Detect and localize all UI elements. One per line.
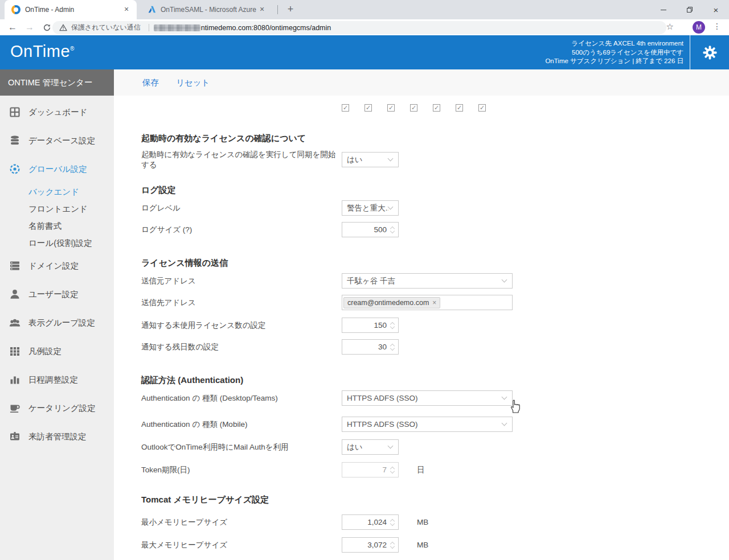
- unused-license-count-input[interactable]: 150: [342, 318, 399, 333]
- refresh-button[interactable]: [40, 20, 54, 34]
- field-label: Token期限(日): [141, 465, 342, 475]
- ontime-logo: OnTime®: [10, 42, 75, 61]
- sidebar-item-label: ケータリング設定: [28, 403, 96, 414]
- gear-icon: [702, 45, 718, 60]
- sidebar-item-name-format[interactable]: 名前書式: [0, 217, 114, 234]
- max-heap-size-input[interactable]: 3,072: [342, 537, 399, 553]
- sidebar-item-frontend[interactable]: フロントエンド: [0, 200, 114, 217]
- settings-gear-button[interactable]: [690, 35, 729, 69]
- sidebar-item-display-group[interactable]: 表示グループ設定: [0, 308, 114, 337]
- sidebar-item-catering[interactable]: ケータリング設定: [0, 394, 114, 422]
- sidebar-item-backend[interactable]: バックエンド: [0, 183, 114, 200]
- field-label: OutlookでOnTime利用時にMail Authを利用: [141, 442, 342, 452]
- profile-avatar[interactable]: M: [693, 21, 705, 34]
- auth-type-mobile-select[interactable]: HTTPS ADFS (SSO): [342, 417, 513, 432]
- sidebar-item-visitor[interactable]: 来訪者管理設定: [0, 422, 114, 451]
- section-log-heading: ログ設定: [141, 185, 176, 196]
- checkbox-1[interactable]: ✓: [342, 104, 349, 112]
- sidebar-item-schedule[interactable]: 日程調整設定: [0, 365, 114, 394]
- log-level-select[interactable]: 警告と重大...: [342, 200, 399, 216]
- minimize-button[interactable]: [650, 0, 677, 19]
- chevron-down-icon: [388, 156, 394, 162]
- sidebar-item-database[interactable]: データベース設定: [0, 126, 114, 155]
- close-tab-icon[interactable]: ×: [122, 5, 131, 14]
- browser-menu-icon[interactable]: ⋮: [713, 22, 721, 31]
- number-stepper[interactable]: [389, 323, 396, 328]
- number-stepper[interactable]: [389, 520, 396, 525]
- checkbox-6[interactable]: ✓: [456, 104, 463, 112]
- sidebar-item-label: 日程調整設定: [28, 374, 78, 385]
- action-bar: 保存 リセット: [114, 69, 729, 96]
- browser-toolbar: ← → 保護されていない通信 ntimedemo.com:8080/ontime…: [0, 19, 729, 35]
- browser-window: OnTime - Admin × OnTimeSAML - Microsoft …: [0, 0, 729, 560]
- sidebar-item-domain[interactable]: ドメイン設定: [0, 252, 114, 280]
- tab-ontime-admin[interactable]: OnTime - Admin ×: [5, 0, 137, 19]
- mail-auth-select[interactable]: はい: [342, 439, 399, 455]
- unit-label: MB: [417, 541, 428, 549]
- number-stepper[interactable]: [389, 467, 396, 473]
- field-label: 通知する未使用ライセンス数の設定: [141, 320, 342, 331]
- remove-chip-icon[interactable]: ×: [432, 299, 436, 307]
- log-size-input[interactable]: 500: [342, 222, 399, 237]
- back-button[interactable]: ←: [6, 20, 19, 34]
- save-button[interactable]: 保存: [142, 77, 159, 88]
- field-label: Authentication の 種類 (Desktop/Teams): [141, 393, 342, 403]
- section-auth-heading: 認証方法 (Authentication): [141, 375, 243, 386]
- sidebar-item-global-settings[interactable]: グローバル設定: [0, 155, 114, 183]
- sender-address-select[interactable]: 千駄ヶ谷 千吉: [342, 273, 513, 289]
- redacted-url-segment: [154, 24, 200, 31]
- sidebar-item-label: 来訪者管理設定: [28, 431, 87, 442]
- email-chip: cream@ontimedemo.com ×: [343, 297, 440, 308]
- sidebar-item-dashboard[interactable]: ダッシュボード: [0, 98, 114, 126]
- checkbox-5[interactable]: ✓: [433, 104, 440, 112]
- bookmark-star-icon[interactable]: ☆: [666, 22, 674, 32]
- license-info: ライセンス先 AXCEL 4th environment 500のうち69ライセ…: [545, 39, 683, 66]
- tab-strip: OnTime - Admin × OnTimeSAML - Microsoft …: [0, 0, 729, 19]
- auth-type-desktop-select[interactable]: HTTPS ADFS (SSO): [342, 390, 513, 406]
- sidebar-item-legend[interactable]: 凡例設定: [0, 337, 114, 365]
- number-stepper[interactable]: [389, 344, 396, 350]
- min-heap-size-input[interactable]: 1,024: [342, 514, 399, 530]
- field-label: Authentication の 種類 (Mobile): [141, 419, 342, 430]
- url-divider: [149, 24, 149, 31]
- checkbox-2[interactable]: ✓: [364, 104, 372, 112]
- sidebar-item-label: ダッシュボード: [28, 107, 88, 118]
- new-tab-button[interactable]: +: [284, 3, 297, 17]
- field-label: ログサイズ (?): [141, 225, 342, 235]
- chevron-down-icon: [502, 421, 507, 426]
- sidebar-item-label: ユーザー設定: [28, 289, 79, 300]
- sidebar-item-role-settings[interactable]: ロール(役割)設定: [0, 234, 114, 252]
- close-window-button[interactable]: ×: [703, 0, 729, 19]
- sidebar-nav: ダッシュボード データベース設定 グローバル設定 バックエンド フロントエンド …: [0, 96, 114, 560]
- remaining-days-input[interactable]: 30: [342, 339, 399, 355]
- checkbox-3[interactable]: ✓: [387, 104, 395, 112]
- recipient-address-input[interactable]: cream@ontimedemo.com ×: [342, 295, 513, 310]
- app-header: OnTime® ライセンス先 AXCEL 4th environment 500…: [0, 35, 729, 69]
- number-stepper[interactable]: [389, 542, 396, 548]
- tab-azure[interactable]: OnTimeSAML - Microsoft Azure ×: [140, 0, 272, 19]
- database-icon: [9, 135, 21, 146]
- section-license-check-heading: 起動時の有効なライセンスの確認について: [141, 133, 306, 144]
- field-label: 送信先アドレス: [141, 298, 342, 308]
- checkbox-4[interactable]: ✓: [410, 104, 417, 112]
- field-label: 最小メモリヒープサイズ: [141, 517, 342, 528]
- tab-title: OnTimeSAML - Microsoft Azure: [161, 6, 257, 14]
- chevron-down-icon: [388, 204, 394, 210]
- restore-button[interactable]: [677, 0, 703, 19]
- settings-form: ✓ ✓ ✓ ✓ ✓ ✓ ✓ 起動時の有効なライセンスの確認について 起動時に有効…: [114, 96, 729, 560]
- section-tomcat-heading: Tomcat メモリヒープサイズ設定: [141, 495, 269, 505]
- chevron-down-icon: [502, 277, 507, 283]
- field-label: 送信元アドレス: [141, 276, 342, 286]
- checkbox-7[interactable]: ✓: [478, 104, 486, 112]
- sidebar-item-user[interactable]: ユーザー設定: [0, 280, 114, 308]
- sidebar-item-label: 凡例設定: [28, 346, 62, 357]
- reset-button[interactable]: リセット: [176, 77, 210, 88]
- security-label: 保護されていない通信: [71, 23, 141, 32]
- token-expiry-input[interactable]: 7: [342, 462, 399, 477]
- number-stepper[interactable]: [389, 227, 396, 233]
- license-check-select[interactable]: はい: [342, 152, 399, 167]
- close-tab-icon[interactable]: ×: [257, 5, 267, 14]
- bar-chart-icon: [9, 374, 21, 385]
- tab-title: OnTime - Admin: [25, 6, 122, 14]
- address-bar[interactable]: 保護されていない通信 ntimedemo.com:8080/ontimegcms…: [52, 21, 666, 34]
